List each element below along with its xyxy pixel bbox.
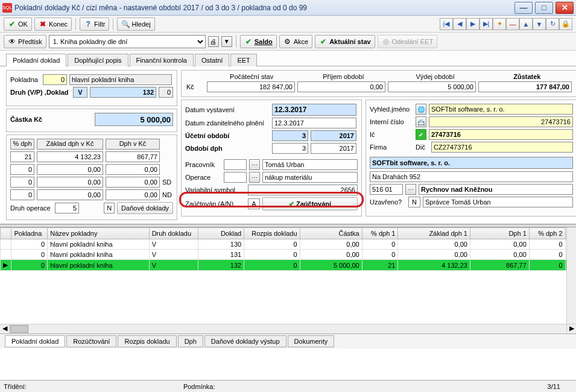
btab-rozuct[interactable]: Rozúčtování xyxy=(66,335,116,347)
maximize-button[interactable]: □ xyxy=(535,2,553,14)
print-button[interactable]: 🖨 xyxy=(208,36,219,47)
danove-button[interactable]: Daňové doklady xyxy=(117,202,173,214)
ucetni-m[interactable] xyxy=(272,130,308,141)
table-row[interactable]: ▶0hlavní pokladní knihaV13205 000,00214 … xyxy=(1,260,576,271)
col-druh[interactable]: Druh dokladu xyxy=(149,228,198,239)
ok-button[interactable]: ✔OK xyxy=(4,17,32,31)
dph-z-4[interactable] xyxy=(37,189,103,200)
nav-lock[interactable]: 🔒 xyxy=(559,18,572,30)
table-row[interactable]: 0hlavní pokladní knihaV13000,0000,000,00… xyxy=(1,239,576,250)
btab-dph[interactable]: Dph xyxy=(178,335,203,347)
oper-field[interactable] xyxy=(262,172,358,183)
dph-z-2[interactable] xyxy=(37,164,103,175)
col-pokladna[interactable]: Pokladna xyxy=(11,228,48,239)
minimize-button[interactable]: — xyxy=(514,2,533,14)
grid-scrollbar-v[interactable] xyxy=(566,227,576,324)
zauctovani-button[interactable]: ✔Zaúčtování xyxy=(262,197,358,210)
report-combo[interactable]: 1. Kniha pokladny dle dní xyxy=(49,35,206,48)
datum-vyst-field[interactable] xyxy=(272,104,356,116)
nav-add[interactable]: ✦ xyxy=(493,18,506,30)
ic-field[interactable] xyxy=(429,129,573,140)
datum-zdan-field[interactable] xyxy=(272,118,356,128)
tab-eet[interactable]: EET xyxy=(230,54,256,66)
dropdown-button[interactable]: ▼ xyxy=(221,36,232,47)
prac-id[interactable] xyxy=(224,159,247,170)
nav-last[interactable]: ▶| xyxy=(479,18,493,30)
uzavreno-field[interactable] xyxy=(408,197,420,207)
btab-dok[interactable]: Dokumenty xyxy=(288,335,335,347)
nav-remove[interactable]: — xyxy=(506,18,519,30)
psc-field[interactable] xyxy=(370,184,403,195)
card-icon[interactable]: 📇 xyxy=(416,116,426,127)
oper-lookup[interactable]: ⋯ xyxy=(249,172,260,183)
col-castka[interactable]: Částka xyxy=(300,228,362,239)
aktualni-button[interactable]: ✔Aktuální stav xyxy=(315,35,375,48)
filtr-button[interactable]: ?Filtr xyxy=(80,17,109,31)
btab-danove[interactable]: Daňové doklady výstup xyxy=(204,335,286,347)
nav-next[interactable]: ▶ xyxy=(466,18,479,30)
akce-button[interactable]: ⚙Akce xyxy=(279,35,312,48)
eet-button[interactable]: ◎Odeslání EET xyxy=(378,35,437,48)
hledej-button[interactable]: 🔍Hledej xyxy=(117,17,154,31)
doklady-grid[interactable]: Pokladna Název pokladny Druh dokladu Dok… xyxy=(0,227,576,271)
n-field[interactable] xyxy=(104,203,115,213)
col-pctdph2[interactable]: % dph 2 xyxy=(529,228,565,239)
dph-pct-1[interactable] xyxy=(10,151,34,162)
col-zaklad1[interactable]: Základ dph 1 xyxy=(398,228,470,239)
dph-d-1[interactable] xyxy=(106,151,160,162)
dph-d-2[interactable] xyxy=(106,164,160,175)
dph-z-3[interactable] xyxy=(37,177,103,188)
nav-prev[interactable]: ◀ xyxy=(453,18,466,30)
obdobi-r[interactable] xyxy=(311,143,356,154)
col-doklad[interactable]: Doklad xyxy=(198,228,244,239)
col-rozpis[interactable]: Rozpis dokladu xyxy=(244,228,300,239)
nav-refresh[interactable]: ↻ xyxy=(546,18,559,30)
city-field[interactable] xyxy=(419,184,573,195)
saldo-button[interactable]: ✔Saldo xyxy=(240,35,277,48)
close-button[interactable]: ✕ xyxy=(555,2,574,14)
prac-field[interactable] xyxy=(262,159,358,170)
obdobi-m[interactable] xyxy=(272,143,308,154)
vyhled-field[interactable] xyxy=(429,104,573,115)
col-pctdph1[interactable]: % dph 1 xyxy=(362,228,398,239)
castka-field[interactable] xyxy=(95,113,173,126)
ucetni-r[interactable] xyxy=(311,130,356,141)
col-nazev[interactable]: Název pokladny xyxy=(48,228,149,239)
tab-pokladni[interactable]: Pokladní doklad xyxy=(6,54,66,66)
druh-field[interactable] xyxy=(73,87,87,98)
table-row[interactable]: 0hlavní pokladní knihaV13100,0000,000,00… xyxy=(1,250,576,260)
pokladna-field[interactable] xyxy=(43,74,67,85)
btab-pokladni[interactable]: Pokladní doklad xyxy=(5,335,65,347)
konec-label: Konec xyxy=(49,21,68,28)
tab-doplnujici[interactable]: Doplňující popis xyxy=(68,54,128,66)
nav-down[interactable]: ▼ xyxy=(533,18,546,30)
zauc-field[interactable] xyxy=(248,198,260,209)
dph-pct-3[interactable] xyxy=(10,177,34,188)
col-dph1[interactable]: Dph 1 xyxy=(470,228,529,239)
doklad-suffix xyxy=(159,87,173,98)
tab-financni[interactable]: Finanční kontrola xyxy=(130,54,194,66)
druh-op-field[interactable] xyxy=(55,203,79,213)
konec-button[interactable]: ✖Konec xyxy=(34,17,72,31)
prac-lookup[interactable]: ⋯ xyxy=(249,159,260,170)
dph-d-3[interactable] xyxy=(106,177,160,188)
grid-scrollbar-h[interactable]: ◀ ▶ xyxy=(0,324,576,334)
var-field[interactable] xyxy=(248,185,358,195)
dph-z-1[interactable] xyxy=(37,151,103,162)
interni-field[interactable] xyxy=(429,116,573,127)
nav-first[interactable]: |◀ xyxy=(440,18,453,30)
oper-id[interactable] xyxy=(224,172,247,183)
dph-d-4[interactable] xyxy=(106,189,160,200)
nav-up[interactable]: ▲ xyxy=(519,18,533,30)
tab-ostatni[interactable]: Ostatní xyxy=(195,54,229,66)
dph-pct-2[interactable] xyxy=(10,164,34,175)
btab-rozpis[interactable]: Rozpis dokladu xyxy=(118,335,176,347)
predtisk-button[interactable]: 👁Předtisk xyxy=(4,35,46,48)
psc-lookup[interactable]: ⋯ xyxy=(405,184,416,195)
doklad-field[interactable] xyxy=(90,87,156,98)
verify-icon[interactable]: ✔ xyxy=(416,129,426,140)
addr1-field xyxy=(370,171,573,182)
dic-field[interactable] xyxy=(431,142,573,153)
globe-icon[interactable]: 🌐 xyxy=(416,104,426,115)
dph-pct-4[interactable] xyxy=(10,189,34,200)
